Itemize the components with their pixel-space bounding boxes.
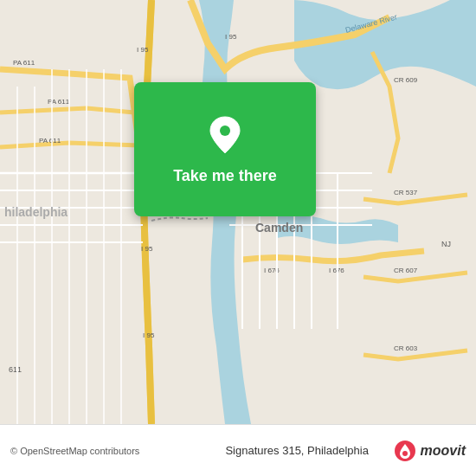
location-pin-icon bbox=[203, 113, 247, 157]
svg-text:PA 611: PA 611 bbox=[13, 59, 35, 67]
svg-text:I 95: I 95 bbox=[225, 33, 237, 41]
map-container: I 95 I 95 I 95 I 95 PA 611 PA 611 PA 611… bbox=[0, 0, 476, 424]
svg-point-43 bbox=[402, 451, 408, 456]
moovit-icon bbox=[393, 439, 417, 463]
svg-text:I 95: I 95 bbox=[141, 245, 153, 253]
svg-text:CR 607: CR 607 bbox=[394, 267, 418, 274]
svg-text:hiladelphia: hiladelphia bbox=[4, 205, 68, 219]
svg-text:I 95: I 95 bbox=[143, 331, 155, 339]
take-me-there-card[interactable]: Take me there bbox=[134, 82, 316, 216]
place-info: Signatures 315, Philadelphia bbox=[202, 444, 393, 457]
bottom-bar: © OpenStreetMap contributors Signatures … bbox=[0, 424, 476, 476]
take-me-there-button-label: Take me there bbox=[173, 167, 277, 185]
svg-text:PA 611: PA 611 bbox=[39, 137, 61, 145]
svg-text:CR 609: CR 609 bbox=[394, 76, 418, 84]
svg-text:Camden: Camden bbox=[255, 221, 303, 235]
moovit-logo: moovit bbox=[393, 439, 466, 463]
svg-text:I 95: I 95 bbox=[137, 46, 149, 54]
svg-text:611: 611 bbox=[9, 365, 22, 374]
svg-text:CR 603: CR 603 bbox=[394, 344, 418, 352]
svg-text:CR 537: CR 537 bbox=[394, 189, 418, 196]
svg-text:PA 611: PA 611 bbox=[48, 98, 70, 106]
moovit-text: moovit bbox=[421, 443, 466, 459]
svg-point-42 bbox=[220, 125, 230, 136]
svg-text:NJ: NJ bbox=[441, 240, 451, 248]
copyright-text: © OpenStreetMap contributors bbox=[10, 446, 202, 456]
